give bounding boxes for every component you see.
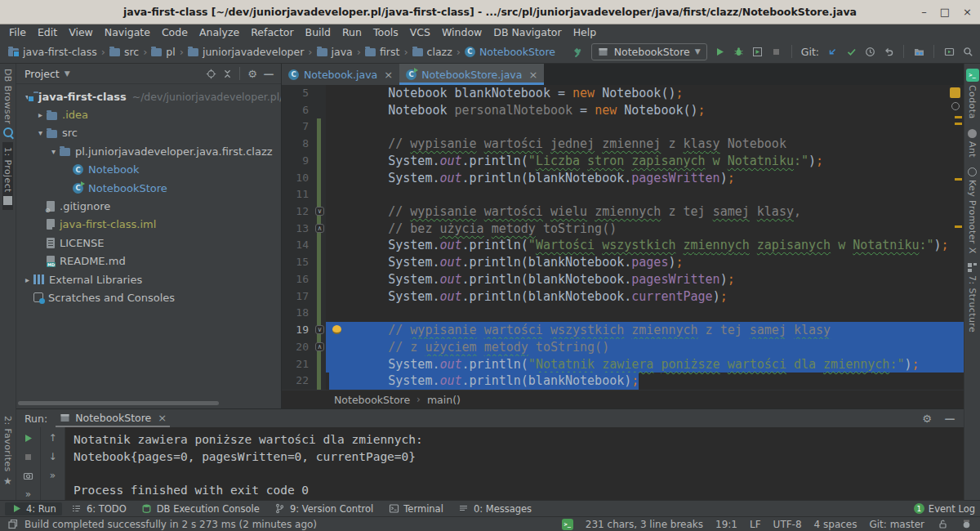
tree-item-notebookstore[interactable]: CNotebookStore — [16, 179, 281, 197]
tree-item-notebook[interactable]: CNotebook — [16, 161, 281, 179]
stripe-tab-ant[interactable]: Ant — [967, 124, 978, 163]
titlebar[interactable]: java-first-class [~/dev/juniorjavadevelo… — [0, 0, 980, 25]
toolwindow-button-db-execution-console[interactable]: DB Execution Console — [136, 502, 265, 515]
locate-file-button[interactable] — [205, 68, 216, 79]
line-number[interactable]: 10 — [282, 170, 314, 187]
fold-up-icon[interactable]: ∧ — [315, 342, 324, 351]
line-number[interactable]: 19 — [282, 322, 314, 339]
toolwindow-button-9-version-control[interactable]: 9: Version Control — [269, 502, 379, 515]
menu-navigate[interactable]: Navigate — [99, 25, 156, 40]
menu-file[interactable]: File — [3, 25, 32, 40]
toggle-toolwindows-icon[interactable] — [7, 519, 18, 530]
editor-tab-NotebookStore.java[interactable]: CNotebookStore.java× — [399, 64, 544, 85]
run-console-tab[interactable]: NotebookStore× — [56, 409, 170, 427]
tree-toggle-right-icon[interactable]: ▸ — [34, 110, 47, 119]
code-line-content[interactable]: // wypisanie wartości wszystkich zmienny… — [326, 322, 964, 339]
codota-status-icon[interactable] — [951, 102, 960, 110]
line-number[interactable]: 8 — [282, 136, 314, 153]
line-number[interactable]: 11 — [282, 186, 314, 203]
collapse-all-button[interactable] — [221, 68, 233, 79]
hide-run-panel-button[interactable]: — — [944, 413, 956, 424]
stripe-tab-7-structure[interactable]: 7: Structure — [967, 258, 978, 337]
line-number[interactable]: 21 — [282, 356, 314, 373]
status-segment-lf[interactable]: LF — [750, 519, 761, 530]
code-area[interactable]: 5 Notebook blankNotebook = new Notebook(… — [282, 85, 964, 390]
line-number[interactable]: 17 — [282, 288, 314, 306]
tree-item-java-first-class-iml[interactable]: java-first-class.iml — [16, 216, 281, 234]
close-icon[interactable]: × — [158, 412, 167, 424]
maximize-button[interactable]: □ — [940, 7, 950, 17]
breadcrumb-first[interactable]: first — [363, 46, 401, 58]
code-line-content[interactable]: Notebook personalNotebook = new Notebook… — [326, 102, 964, 119]
run-anything-button[interactable] — [943, 46, 955, 57]
breadcrumb-src[interactable]: src — [108, 46, 140, 58]
git-commit-button[interactable] — [845, 46, 857, 57]
menu-run[interactable]: Run — [336, 25, 368, 40]
code-line-5[interactable]: 5 Notebook blankNotebook = new Notebook(… — [282, 85, 964, 102]
build-hammer-icon[interactable] — [572, 46, 584, 57]
status-segment-utf-8[interactable]: UTF-8 — [773, 519, 802, 530]
project-panel-title[interactable]: Project — [24, 68, 60, 80]
line-number[interactable]: 15 — [282, 254, 314, 271]
tree-item-external-libraries[interactable]: ▸External Libraries — [16, 270, 281, 288]
breadcrumb-clazz[interactable]: clazz — [411, 46, 454, 58]
toolwindow-button-6-todo[interactable]: 6: TODO — [65, 502, 132, 515]
menu-tools[interactable]: Tools — [368, 25, 404, 40]
lock-icon[interactable] — [937, 519, 948, 530]
history-button[interactable] — [864, 46, 875, 57]
run-console-output[interactable]: Notatnik zawiera poniższe wartości dla z… — [65, 427, 964, 500]
tree-toggle-down-icon[interactable]: ▾ — [34, 128, 47, 137]
line-number[interactable]: 22 — [282, 373, 314, 390]
code-line-content[interactable] — [326, 118, 964, 136]
more-actions-icon[interactable]: » — [23, 489, 34, 500]
stripe-tab-db-browser[interactable]: DB Browser — [2, 64, 13, 142]
code-line-content[interactable]: Notebook blankNotebook = new Notebook(); — [326, 85, 964, 102]
code-line-21[interactable]: 21 System.out.println("Notatnik zawiera … — [282, 356, 964, 373]
menu-refactor[interactable]: Refactor — [245, 25, 299, 40]
code-line-11[interactable]: 11 — [282, 186, 964, 203]
hide-panel-button[interactable]: — — [263, 68, 274, 79]
run-configuration-select[interactable]: NotebookStore▼ — [591, 43, 707, 60]
code-line-9[interactable]: 9 System.out.println("Liczba stron zapis… — [282, 153, 964, 170]
close-button[interactable]: × — [963, 7, 972, 17]
code-line-13[interactable]: 13∧ // bez użycia metody toString() — [282, 221, 964, 238]
rollback-button[interactable] — [883, 46, 894, 57]
tree-toggle-right-icon[interactable]: ▸ — [21, 275, 33, 284]
stop-process-button[interactable] — [23, 451, 34, 462]
line-number[interactable]: 9 — [282, 153, 314, 170]
inspections-status-icon[interactable] — [950, 87, 960, 98]
tree-item--gitignore[interactable]: .gitignore — [16, 197, 281, 215]
code-line-12[interactable]: 12∨ // wypisanie wartości wielu zmiennyc… — [282, 203, 964, 221]
inspections-profile-icon[interactable] — [960, 519, 972, 530]
menu-vcs[interactable]: VCS — [404, 25, 436, 40]
code-line-7[interactable]: 7 — [282, 118, 964, 136]
tree-item-readme-md[interactable]: README.md — [16, 252, 281, 270]
code-line-6[interactable]: 6 Notebook personalNotebook = new Notebo… — [282, 102, 964, 119]
breadcrumb-NotebookStore[interactable]: CNotebookStore — [463, 46, 557, 58]
code-line-16[interactable]: 16 System.out.println(blankNotebook.page… — [282, 271, 964, 288]
breadcrumb-pl[interactable]: pl — [149, 46, 176, 58]
code-line-content[interactable]: System.out.println(blankNotebook.pages); — [326, 254, 964, 271]
project-settings-button[interactable]: ⚙ — [247, 68, 258, 79]
line-number[interactable]: 5 — [282, 85, 314, 102]
line-number[interactable]: 18 — [282, 305, 314, 322]
code-line-content[interactable]: // wypisanie wartości jednej zmiennej z … — [326, 136, 964, 153]
close-icon[interactable]: × — [384, 69, 393, 81]
more-actions-icon[interactable]: » — [47, 470, 59, 481]
breadcrumb-juniorjavadeveloper[interactable]: juniorjavadeveloper — [186, 46, 305, 58]
menu-window[interactable]: Window — [436, 25, 488, 40]
next-occurrence-button[interactable]: ↓ — [47, 451, 59, 462]
code-line-19[interactable]: 19∨ // wypisanie wartości wszystkich zmi… — [282, 322, 964, 339]
stripe-tab-1-project[interactable]: 1: Project — [2, 142, 13, 210]
breadcrumb-java[interactable]: java — [315, 46, 354, 58]
run-button[interactable] — [715, 46, 726, 57]
code-line-8[interactable]: 8 // wypisanie wartości jednej zmiennej … — [282, 136, 964, 153]
line-number[interactable]: 12 — [282, 203, 314, 221]
fold-down-icon[interactable]: ∨ — [315, 325, 324, 334]
code-line-content[interactable]: System.out.println("Liczba stron zapisan… — [326, 153, 964, 170]
toolwindow-button-0-messages[interactable]: 0: Messages — [452, 502, 537, 515]
capture-snapshot-button[interactable] — [23, 470, 34, 481]
status-segment-231-chars-3-line-breaks[interactable]: 231 chars, 3 line breaks — [586, 519, 703, 530]
line-number[interactable]: 7 — [282, 118, 314, 136]
stop-button[interactable] — [771, 46, 782, 57]
